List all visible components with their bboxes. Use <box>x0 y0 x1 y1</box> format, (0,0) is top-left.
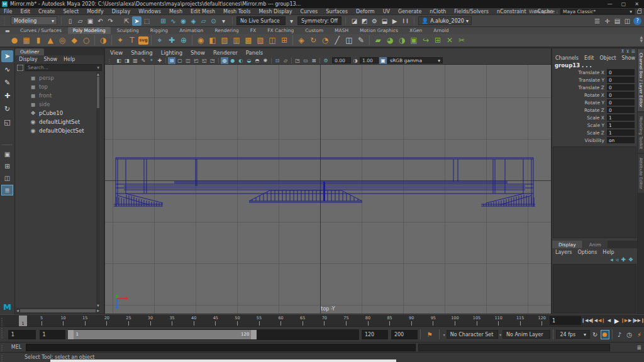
display-render-icon[interactable]: ⬓ <box>380 16 389 26</box>
lights-icon[interactable]: ✺ <box>262 57 269 64</box>
subdivide-icon[interactable]: ⊞ <box>279 35 290 46</box>
outliner-horizontal-scrollbar[interactable]: ◀▶ <box>16 308 100 313</box>
channel-attribute-label[interactable]: Scale X <box>587 115 604 121</box>
delete-edge-icon[interactable]: ✕ <box>444 35 455 46</box>
menu-item[interactable]: Create <box>38 9 55 14</box>
lighting-all-icon[interactable]: ◰ <box>192 57 200 64</box>
bridge-icon[interactable]: ↪ <box>420 35 431 46</box>
outliner-menu-item[interactable]: Show <box>44 57 58 62</box>
menu-item[interactable]: nCloth <box>430 9 446 14</box>
menu-item[interactable]: Display <box>112 9 131 14</box>
launch-render-view-icon[interactable]: ▶ <box>390 16 399 26</box>
shelf-tab[interactable]: Rigging <box>145 27 173 34</box>
new-scene-icon[interactable]: ▯ <box>65 16 75 26</box>
render-settings-icon[interactable]: ⚙ <box>370 16 379 26</box>
anim-layer-dropdown[interactable]: No Anim Layer <box>502 330 550 339</box>
channel-attribute-label[interactable]: Rotate Z <box>584 107 604 113</box>
viewport-menu-item[interactable]: Show <box>191 50 205 56</box>
separator[interactable] <box>218 58 219 63</box>
mute-audio-icon[interactable]: ♪ <box>618 331 621 338</box>
channel-attribute-value[interactable]: on <box>607 137 635 143</box>
symmetry-field[interactable]: Symmetry: Off <box>297 16 341 25</box>
separate-icon[interactable]: ◧ <box>207 35 218 46</box>
workspace-dropdown[interactable]: Maya Classic*▾ <box>560 9 635 14</box>
shelf-tab[interactable]: Animation <box>174 27 208 34</box>
shelf-tab[interactable]: Sculpting <box>112 27 144 34</box>
shelf-tab[interactable]: MASH <box>330 27 353 34</box>
new-empty-layer-icon[interactable]: ✚ <box>621 256 626 263</box>
animation-preferences-icon[interactable]: ◷ <box>626 331 632 338</box>
layout-outliner-persp[interactable]: ≣ <box>1 185 13 195</box>
channel-speed-icon[interactable]: ⊻ <box>626 49 630 54</box>
wireframe-mode-icon[interactable]: ⊞ <box>168 57 175 64</box>
shelf-tab[interactable]: XGen <box>404 27 427 34</box>
chevron-down-icon[interactable]: ▾ <box>443 332 445 337</box>
layer-list[interactable] <box>553 264 636 313</box>
gamma-field[interactable]: 1.00 <box>360 57 379 63</box>
layer-editor-tab[interactable]: Anim <box>583 241 608 248</box>
channel-box-menu-item[interactable]: Object <box>600 55 616 61</box>
svg-tool-icon[interactable]: svg <box>138 36 148 45</box>
channel-attribute-label[interactable]: Scale Y <box>587 123 604 128</box>
command-input[interactable] <box>26 344 416 351</box>
chevron-down-icon[interactable]: ▾ <box>287 16 296 26</box>
channel-attribute-label[interactable]: Rotate Y <box>584 100 604 106</box>
outliner-panel-tab[interactable]: Outliner <box>15 48 44 55</box>
view-transform-dropdown[interactable]: sRGB gamma▾ <box>387 57 443 63</box>
channel-attribute-value[interactable]: 0 <box>607 107 635 113</box>
default-material-icon[interactable]: ◍ <box>221 57 228 64</box>
attribute-editor-icon[interactable]: ◫ <box>623 16 632 26</box>
smooth-icon[interactable]: ▩ <box>243 35 254 46</box>
outliner-item[interactable]: ◼ persp <box>16 74 100 82</box>
viewport-menu-item[interactable]: Lighting <box>161 50 182 56</box>
signed-in-user-dropdown[interactable]: 👤 A.aluko_2020 ▾ <box>418 16 472 25</box>
separator[interactable] <box>319 58 320 63</box>
menu-item[interactable]: Generate <box>398 9 421 14</box>
outliner-item[interactable]: ◉ defaultLightSet <box>16 118 100 126</box>
select-component-icon[interactable]: ⬚ <box>142 16 152 26</box>
grip-handle[interactable] <box>109 58 113 63</box>
character-set-dropdown[interactable]: No Character Set <box>447 330 498 339</box>
sidebar-tab[interactable]: Channel Box / Layer Editor <box>638 49 644 111</box>
channel-attribute-value[interactable]: 1 <box>607 122 635 128</box>
range-start-handle[interactable] <box>68 330 74 339</box>
bookmark-icon[interactable]: ⚑ <box>427 331 433 338</box>
extrude-icon[interactable]: ▣ <box>408 35 419 46</box>
current-time-field[interactable]: 1 <box>550 316 581 325</box>
xray-joints-icon[interactable]: ◒ <box>245 57 253 64</box>
auto-keyframe-toggle[interactable] <box>601 330 609 339</box>
undo-icon[interactable]: ↶ <box>96 16 105 26</box>
open-scene-icon[interactable]: ▱ <box>75 16 85 26</box>
step-back-frame-button[interactable]: ❙◀ <box>591 316 597 325</box>
platonic-solid-icon[interactable]: ◑ <box>97 35 109 46</box>
snap-grid-icon[interactable]: ⊞ <box>158 16 168 26</box>
menu-item[interactable]: Surfaces <box>326 9 348 14</box>
textured-mode-icon[interactable]: ◫ <box>184 57 192 64</box>
image-plane-icon[interactable]: ▥ <box>131 57 139 64</box>
wire-on-shaded-icon[interactable]: ● <box>229 57 236 64</box>
shelf-tab[interactable]: Custom <box>300 27 328 34</box>
extract-icon[interactable]: ▧ <box>219 35 230 46</box>
isolate-select-icon[interactable]: ⊡ <box>274 57 281 64</box>
bookmark-icon[interactable]: ◨ <box>123 57 131 64</box>
sidebar-tab[interactable]: Modeling Toolkit <box>638 112 644 153</box>
shadows-icon[interactable]: ◱ <box>201 57 208 64</box>
outliner-item[interactable]: ◉ defaultObjectSet <box>16 126 100 135</box>
separator[interactable] <box>165 58 166 63</box>
channel-box-icon[interactable]: ▤ <box>613 16 622 26</box>
menu-item[interactable]: Edit <box>20 9 30 14</box>
locator-icon[interactable]: ✚ <box>166 35 177 46</box>
ao-icon[interactable]: ◳ <box>209 57 216 64</box>
channel-attribute-value[interactable]: 1 <box>607 129 635 136</box>
outliner-item[interactable]: ◼ top <box>16 82 100 91</box>
select-object-icon[interactable]: ➤ <box>132 16 142 26</box>
select-tool[interactable]: ➤ <box>1 50 13 62</box>
layer-editor-menu-item[interactable]: Layers <box>555 250 572 255</box>
shaded-mode-icon[interactable]: ▢ <box>176 57 184 64</box>
channel-attribute-value[interactable]: 1 <box>607 114 635 121</box>
channel-attribute-label[interactable]: Scale Z <box>587 130 604 136</box>
channel-attribute-label[interactable]: Visibility <box>585 138 604 143</box>
shelf-tab[interactable]: Motion Graphics <box>355 27 403 34</box>
save-scene-icon[interactable]: ▣ <box>86 16 95 26</box>
fill-hole-icon[interactable]: ⊞ <box>432 35 443 46</box>
